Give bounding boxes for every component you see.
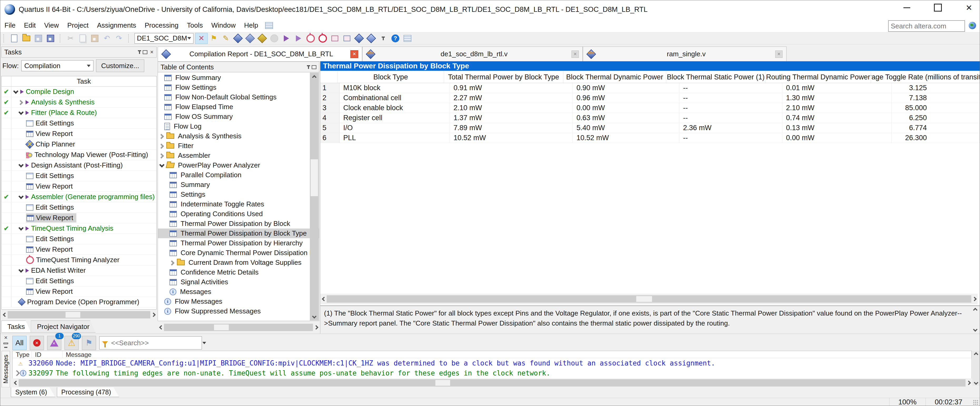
pin-icon[interactable] [5,347,6,347]
copy-button[interactable] [76,33,89,44]
customize-button[interactable]: Customize... [96,59,144,72]
menu-window[interactable]: Window [207,20,240,31]
scroll-up-icon[interactable] [974,351,979,356]
message-row[interactable]: i 332097 The following timing edges are … [13,368,972,378]
toc-item[interactable]: Confidence Metric Details [158,267,319,277]
collapse-icon[interactable] [13,89,19,94]
task-row[interactable]: ✔Assembler (Generate programming files) [2,192,156,202]
menu-assignments[interactable]: Assignments [93,20,140,31]
task-row[interactable]: Technology Map Viewer (Post-Fitting) [2,150,156,160]
messages-side-tab[interactable]: Messages [2,351,10,387]
task-row-selected[interactable]: View Report [2,213,156,223]
scroll-right-icon[interactable] [314,325,319,330]
maximize-button[interactable] [932,2,944,13]
footnote-scrollbar[interactable] [971,306,979,333]
close-tab-icon[interactable]: ✕ [775,51,783,58]
toc-item-selected[interactable]: Thermal Power Dissipation by Block Type [158,228,319,238]
tasks-horizontal-scrollbar[interactable] [1,309,157,320]
task-row[interactable]: Edit Settings [2,118,156,128]
tab-ram-single-v[interactable]: abc ram_single.v ✕ [583,46,786,61]
col-type[interactable]: Type [13,351,32,358]
scroll-down-icon[interactable] [312,314,317,319]
tab-system[interactable]: System (6) [11,387,55,397]
task-column-header[interactable]: Task [11,76,156,86]
expand-icon[interactable] [14,370,20,376]
toc-item[interactable]: Thermal Power Dissipation by Block [158,219,319,228]
resize-grip[interactable] [973,400,978,405]
flow-select[interactable]: Compilation [21,60,94,71]
toc-folder[interactable]: Analysis & Synthesis [158,131,319,141]
message-row[interactable]: ⚠ 332060 Node: MIPI_BRIDGE_CAMERA_Config… [13,358,972,368]
task-row[interactable]: ✔TimeQuest Timing Analysis [2,223,156,234]
chip-planner-button[interactable] [256,33,268,44]
tab-processing[interactable]: Processing (478) [57,387,119,397]
collapse-icon[interactable] [159,163,165,168]
report-row[interactable]: 1M10K block0.91 mW0.90 mW--0.01 mW3.125 [320,83,980,93]
task-row[interactable]: View Report [2,286,156,297]
menu-project[interactable]: Project [63,20,93,31]
help-button[interactable]: ? [389,33,401,44]
report-horizontal-scrollbar[interactable] [320,294,978,304]
new-file-button[interactable] [8,33,20,44]
scroll-thumb[interactable] [435,380,450,386]
expand-icon[interactable] [159,143,165,149]
col-message[interactable]: Message [63,351,972,358]
scroll-left-icon[interactable] [320,297,326,301]
netlist-viewer2-button[interactable] [341,33,353,44]
scroll-down-icon[interactable] [973,327,978,333]
toc-item[interactable]: Settings [158,190,319,199]
menu-tools[interactable]: Tools [183,20,207,31]
expand-icon[interactable] [18,100,24,105]
filter-all-button[interactable]: All [13,336,27,350]
netlist-viewer-button[interactable] [329,33,341,44]
stop-button[interactable] [268,33,280,44]
report-row[interactable]: 2Combinational cell2.27 mW0.96 mW--1.30 … [320,93,980,103]
task-row[interactable]: EDA Netlist Writer [2,265,156,276]
toc-item[interactable]: Flow Log [158,122,319,131]
task-row[interactable]: ✔Fitter (Place & Route) [2,108,156,118]
toc-item[interactable]: Parallel Compilation [158,170,319,180]
toc-item[interactable]: Flow OS Summary [158,112,319,122]
col-block-type[interactable]: Block Type [337,71,444,83]
task-row[interactable]: View Report [2,181,156,192]
messages-search-input[interactable] [111,339,200,347]
scroll-right-icon[interactable] [151,312,157,317]
toc-item[interactable]: Thermal Power Dissipation by Hierarchy [158,238,319,248]
edit-pencil-button[interactable]: ✎ [220,33,232,44]
filter-flags-button[interactable]: ⚑ [82,336,96,350]
float-panel-icon[interactable] [143,50,147,54]
collapse-icon[interactable] [18,163,24,168]
collapse-icon[interactable] [18,194,24,200]
toc-item[interactable]: Signal Activities [158,277,319,287]
float-panel-icon[interactable] [312,65,317,69]
timequest-button[interactable] [317,33,329,44]
toc-item[interactable]: Core Dynamic Thermal Power Dissipation b… [158,248,319,258]
filter-critical-warnings-button[interactable]: ✕1 [47,336,61,350]
task-row[interactable]: View Report [2,244,156,255]
scroll-thumb[interactable] [65,312,80,318]
messages-vertical-scrollbar[interactable] [972,351,980,386]
close-tab-icon[interactable]: ✕ [571,51,579,58]
expand-icon[interactable] [170,260,175,265]
menu-file[interactable]: File [0,20,20,31]
toc-item[interactable]: Summary [158,180,319,190]
close-panel-icon[interactable]: ✕ [4,336,8,340]
collapse-icon[interactable] [18,226,24,231]
project-selector[interactable]: DE1_SOC_D8M [135,33,194,44]
whats-this-button[interactable] [401,33,414,44]
task-row[interactable]: Edit Settings [2,276,156,286]
toc-item[interactable]: Indeterminate Toggle Rates [158,199,319,209]
task-row[interactable]: Chip Planner [2,139,156,150]
task-row[interactable]: Program Device (Open Programmer) [2,297,156,308]
pin-icon[interactable] [308,65,309,69]
altera-search-input[interactable] [889,21,964,31]
toc-item[interactable]: Flow Elapsed Time [158,102,319,112]
save-project-button[interactable] [45,33,57,44]
scroll-left-icon[interactable] [13,380,18,385]
menu-processing[interactable]: Processing [140,20,183,31]
tab-tasks[interactable]: Tasks [1,320,31,333]
toc-item[interactable]: iFlow Messages [158,297,319,306]
report-row[interactable]: 6PLL10.52 mW10.52 mW--0.00 mW26.300 [320,133,980,143]
scroll-thumb[interactable] [214,325,229,330]
globe-icon[interactable] [969,22,976,29]
